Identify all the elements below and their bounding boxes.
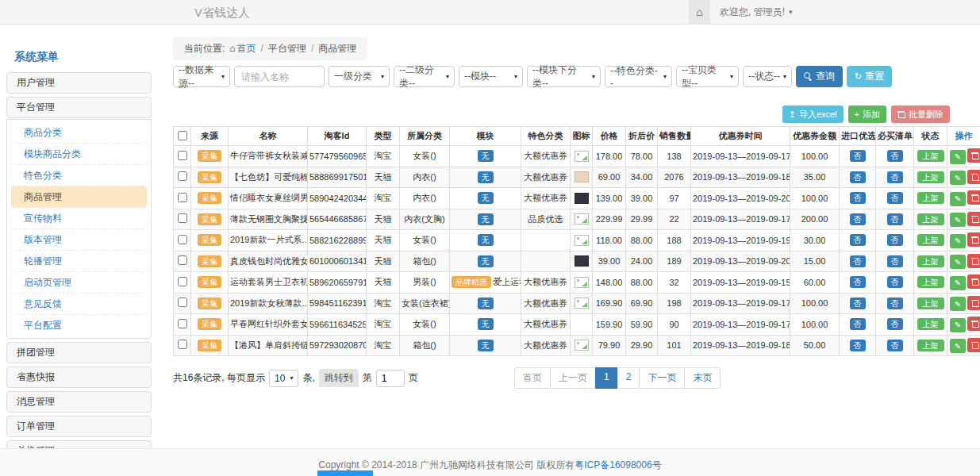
delete-button[interactable] — [967, 170, 980, 184]
source-cell: 采集 — [191, 272, 229, 294]
reset-button[interactable]: ↻ 重置 — [847, 66, 892, 87]
edit-button[interactable]: ✎ — [950, 213, 966, 227]
product-image — [575, 213, 589, 225]
edit-button[interactable]: ✎ — [950, 339, 966, 353]
edit-button[interactable]: ✎ — [950, 171, 966, 185]
search-icon — [804, 72, 813, 81]
sidebar-item[interactable]: 意见反馈 — [11, 294, 147, 315]
sidebar-item[interactable]: 平台配置 — [11, 315, 147, 336]
sidebar-item[interactable]: 轮播管理 — [11, 251, 147, 272]
source-badge: 采集 — [198, 255, 221, 267]
filter-select[interactable]: --状态--▾ — [743, 66, 792, 87]
user-menu[interactable]: 欢迎您, 管理员! ▾ — [720, 6, 793, 19]
records-count-text: 共16条记录, 每页显示 — [173, 371, 265, 385]
row-checkbox[interactable] — [178, 193, 187, 202]
row-select-cell — [174, 167, 191, 188]
feature-cell — [521, 230, 571, 251]
filter-select[interactable]: --宝贝类型--▾ — [676, 66, 739, 87]
trash-icon — [971, 194, 979, 202]
filter-select[interactable]: --数据来源--▾ — [173, 66, 230, 87]
pager-button[interactable]: 2 — [617, 367, 640, 389]
name-cell: 情侣睡衣女夏丝绸男士... — [229, 188, 308, 209]
sidebar-group[interactable]: 订单管理 — [6, 416, 152, 437]
breadcrumb-home-link[interactable]: 首页 — [237, 43, 256, 54]
edit-button[interactable]: ✎ — [950, 255, 966, 269]
table-row: 采集真皮钱包时尚优雅女士...601000601341天猫箱包()无39.002… — [174, 251, 980, 272]
edit-button[interactable]: ✎ — [950, 297, 966, 311]
type-cell: 天猫 — [367, 167, 400, 188]
row-checkbox[interactable] — [178, 235, 187, 244]
module-badge: 无 — [478, 234, 494, 246]
filter-select[interactable]: --模块--▾ — [459, 66, 523, 87]
filter-select[interactable]: 一级分类▾ — [329, 66, 390, 87]
row-checkbox[interactable] — [178, 213, 187, 223]
filter-select[interactable]: --模块下分类--▾ — [527, 66, 601, 87]
filter-select[interactable]: --特色分类--▾ — [605, 66, 672, 87]
sidebar-item[interactable]: 版本管理 — [11, 229, 147, 251]
filter-select[interactable]: --二级分类--▾ — [394, 66, 455, 87]
app-title: V省钱达人 — [194, 6, 250, 21]
source-cell: 采集 — [191, 146, 229, 167]
pager-current-page[interactable]: 1 — [595, 367, 618, 389]
name-cell: 【港风】单肩斜挎链条... — [229, 335, 308, 356]
page-number-input[interactable] — [376, 370, 405, 387]
sidebar-item[interactable]: 模块商品分类 — [11, 144, 147, 165]
bottom-scrollbar[interactable] — [317, 470, 373, 476]
sidebar-item[interactable]: 特色分类 — [11, 165, 147, 186]
row-checkbox[interactable] — [178, 171, 187, 181]
icp-link[interactable]: 粤ICP备16098006号 — [575, 459, 661, 470]
search-button[interactable]: 查询 — [796, 66, 843, 87]
sidebar-item[interactable]: 商品管理 — [11, 186, 147, 208]
delete-button[interactable] — [967, 254, 980, 268]
column-header: 价格 — [593, 127, 626, 146]
pager-button[interactable]: 下一页 — [639, 367, 685, 389]
edit-button[interactable]: ✎ — [950, 234, 966, 248]
home-button[interactable]: ⌂ — [689, 0, 710, 24]
sidebar-group[interactable]: 平台管理 — [6, 97, 152, 118]
sidebar-item[interactable]: 启动页管理 — [11, 272, 147, 294]
feature-cell — [521, 251, 571, 272]
category-cell: 内衣() — [400, 188, 450, 209]
delete-button[interactable] — [967, 338, 980, 352]
table-row: 采集牛仔背带裤女秋装减龄...577479560965淘宝女装()无大额优惠券1… — [174, 146, 980, 167]
price-cell: 39.00 — [593, 251, 626, 272]
pager-button[interactable]: 上一页 — [550, 367, 596, 389]
row-checkbox[interactable] — [178, 340, 187, 349]
delete-button[interactable] — [967, 317, 980, 331]
discount-price-cell: 29.90 — [626, 335, 658, 356]
delete-button[interactable] — [967, 148, 980, 163]
sidebar-item[interactable]: 商品分类 — [11, 122, 147, 144]
bulk-delete-button[interactable]: 批量删除 — [891, 106, 950, 123]
select-all-checkbox[interactable] — [178, 131, 187, 140]
sidebar-group[interactable]: 省惠快报 — [6, 367, 152, 388]
edit-button[interactable]: ✎ — [950, 150, 966, 164]
sidebar-item[interactable]: 宣传物料 — [11, 208, 147, 229]
row-checkbox[interactable] — [178, 255, 187, 265]
per-page-select[interactable]: 10 ▾ — [269, 370, 298, 387]
edit-button[interactable]: ✎ — [950, 276, 966, 290]
pager-button[interactable]: 末页 — [684, 367, 721, 389]
row-checkbox[interactable] — [178, 277, 187, 286]
edit-button[interactable]: ✎ — [950, 318, 966, 332]
delete-button[interactable] — [967, 274, 980, 289]
row-checkbox[interactable] — [178, 151, 187, 160]
type-cell: 淘宝 — [367, 314, 400, 336]
sidebar-group[interactable]: 拼团管理 — [6, 342, 152, 363]
delete-button[interactable] — [967, 296, 980, 310]
must-buy-badge: 否 — [887, 255, 903, 267]
import-excel-button[interactable]: ↥ 导入excel — [782, 106, 844, 123]
jump-button[interactable]: 跳转到 — [319, 369, 359, 387]
delete-button[interactable] — [967, 190, 980, 205]
row-checkbox[interactable] — [178, 298, 187, 307]
must-buy-badge: 否 — [887, 276, 903, 288]
edit-button[interactable]: ✎ — [950, 192, 966, 206]
row-checkbox[interactable] — [178, 319, 187, 328]
sidebar-group[interactable]: 用户管理 — [6, 72, 152, 94]
pager-button[interactable]: 首页 — [514, 367, 551, 389]
add-button[interactable]: + 添加 — [848, 106, 886, 123]
module-cell: 无 — [450, 251, 521, 272]
delete-button[interactable] — [967, 212, 980, 226]
delete-button[interactable] — [967, 232, 980, 247]
name-search-input[interactable] — [234, 66, 325, 87]
sidebar-group[interactable]: 消息管理 — [6, 391, 152, 413]
